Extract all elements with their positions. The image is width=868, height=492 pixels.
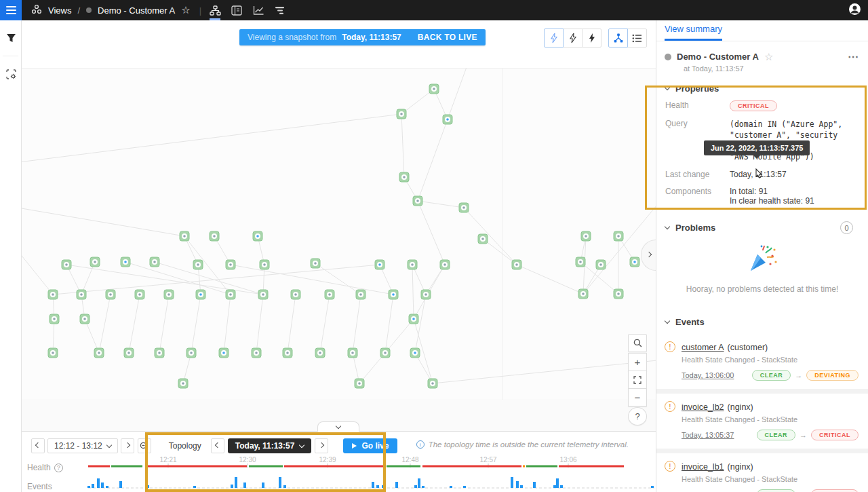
chevron-right-icon	[646, 251, 651, 257]
problems-section-header[interactable]: Problems 0	[656, 213, 868, 241]
event-to-state-badge: CRITICAL	[811, 489, 859, 492]
bolt-outline-icon	[569, 33, 577, 43]
event-component-type: (customer)	[728, 343, 768, 352]
problem-filter-toolbar	[545, 29, 601, 48]
topology-graph[interactable]	[22, 68, 656, 400]
zoom-in-button[interactable]: +	[628, 353, 647, 371]
event-timestamp-link[interactable]: Today, 13:05:37	[682, 431, 734, 439]
view-subtitle: at Today, 11:13:57	[684, 64, 860, 73]
timeline-collapse-tab[interactable]	[317, 421, 359, 432]
telemetry-interval-value: 12:12 - 13:12	[54, 441, 102, 451]
hamburger-menu-button[interactable]	[0, 0, 22, 20]
events-section: Events ! customer A(customer) Health Sta…	[656, 309, 868, 492]
user-avatar[interactable]	[848, 3, 861, 18]
view-header: Demo - Customer A ☆ ⋯ at Today, 11:13:57	[656, 41, 868, 75]
back-to-live-button[interactable]: BACK TO LIVE	[418, 33, 477, 42]
chevron-down-icon	[299, 442, 304, 447]
view-more-menu[interactable]: ⋯	[848, 50, 860, 63]
view-health-dot	[86, 7, 92, 13]
breadcrumb-separator: /	[77, 5, 80, 16]
list-layout-button[interactable]	[627, 29, 647, 48]
event-timestamp-link[interactable]: Today, 13:06:00	[682, 371, 734, 379]
chevron-down-icon	[336, 423, 341, 428]
view-mode-tools	[204, 0, 291, 20]
event-state-transition: CLEAR → CRITICAL	[757, 430, 859, 440]
topology-time-value: Today, 11:13:57	[235, 441, 295, 451]
event-component-link[interactable]: invoice_lb2	[682, 402, 724, 412]
go-live-button[interactable]: Go live	[343, 438, 397, 453]
event-card[interactable]: ! invoice_lb2(nginx) Health State Change…	[656, 394, 868, 449]
components-value: In total: 91 In clear health state: 91	[730, 187, 814, 206]
event-gap	[656, 389, 868, 394]
left-sidebar	[0, 20, 22, 492]
event-description: Health State Changed - StackState	[682, 475, 859, 483]
views-link[interactable]: Views	[48, 5, 71, 16]
health-help-icon[interactable]: ?	[54, 463, 63, 472]
nav-divider: |	[199, 5, 201, 16]
event-from-state-badge: CLEAR	[752, 370, 791, 381]
canvas-search-button[interactable]	[628, 334, 647, 352]
events-list: ! customer A(customer) Health State Chan…	[656, 334, 868, 492]
problems-section: Problems 0 Hooray, no problems detected …	[656, 213, 868, 309]
health-property-row: Health CRITICAL	[656, 100, 868, 119]
event-from-state-badge: CLEAR	[757, 430, 796, 440]
filter-funnel-icon	[6, 33, 16, 43]
event-description: Health State Changed - StackState	[682, 356, 859, 364]
event-card[interactable]: ! invoice_lb1(nginx) Health State Change…	[656, 453, 868, 492]
show-all-problems-button[interactable]	[544, 29, 564, 48]
arrow-right-icon: →	[800, 431, 807, 439]
event-component-link[interactable]: customer A	[682, 343, 724, 352]
view-state-dot	[665, 54, 671, 60]
chevron-down-icon	[665, 224, 670, 229]
snapshot-time: Today, 11:13:57	[342, 33, 401, 42]
event-description: Health State Changed - StackState	[682, 415, 859, 423]
zoom-out-button[interactable]: −	[628, 388, 647, 406]
favorite-star-icon[interactable]: ☆	[764, 51, 773, 63]
topology-time-label: Topology	[169, 441, 201, 451]
bolt-filled-icon	[588, 33, 596, 43]
event-component-type: (nginx)	[728, 402, 753, 412]
component-settings-button[interactable]	[0, 56, 22, 92]
list-layout-icon	[632, 34, 642, 43]
event-component-link[interactable]: invoice_lb1	[682, 462, 724, 472]
topology-time-select[interactable]: Today, 11:13:57	[228, 438, 312, 453]
events-section-header[interactable]: Events	[656, 309, 868, 334]
problems-empty-message: Hooray, no problems detected at this tim…	[656, 284, 868, 294]
event-gap	[656, 449, 868, 453]
view-summary-tab[interactable]: View summary	[665, 24, 722, 41]
favorite-star-icon[interactable]: ☆	[181, 4, 190, 16]
topology-view-tab[interactable]	[204, 0, 226, 20]
problems-count-badge: 0	[840, 221, 853, 234]
chevron-down-icon	[106, 442, 111, 447]
frame-gear-icon	[5, 69, 17, 80]
fit-to-screen-button[interactable]	[628, 371, 647, 389]
traces-view-tab[interactable]	[269, 0, 291, 20]
metrics-view-tab[interactable]	[248, 0, 269, 20]
graph-layout-icon	[613, 33, 624, 43]
properties-section-header[interactable]: Properties	[656, 75, 868, 100]
top-nav: Views / Demo - Customer A ☆ |	[0, 0, 868, 20]
event-state-transition: CLEAR → DEVIATING	[752, 370, 859, 381]
views-icon	[31, 4, 42, 17]
snapshot-banner-text: Viewing a snapshot from	[248, 33, 336, 42]
hide-problems-button[interactable]	[582, 29, 601, 48]
timeline-zoom-out-button[interactable]	[138, 438, 151, 453]
filters-button[interactable]	[0, 20, 22, 56]
interval-next-button[interactable]	[121, 438, 134, 453]
topology-time-next-button[interactable]	[315, 438, 328, 453]
components-view-tab[interactable]	[226, 0, 248, 20]
right-panel-tabs: View summary	[656, 20, 868, 41]
interval-prev-button[interactable]	[31, 438, 45, 453]
timeline-controls: 12:12 - 13:12 Topology Today, 11:13:57 G…	[31, 438, 397, 453]
telemetry-interval-select[interactable]: 12:12 - 13:12	[47, 438, 118, 453]
graph-layout-button[interactable]	[608, 29, 628, 48]
play-icon	[352, 443, 357, 449]
components-property-row: Components In total: 91 In clear health …	[656, 187, 868, 213]
event-component-type: (nginx)	[728, 462, 753, 472]
breadcrumb: Views / Demo - Customer A ☆ |	[22, 4, 204, 17]
topology-time-prev-button[interactable]	[211, 438, 224, 453]
health-row-label: Health?	[27, 463, 63, 472]
canvas-help-button[interactable]: ?	[628, 407, 647, 425]
show-root-cause-button[interactable]	[563, 29, 583, 48]
event-card[interactable]: ! customer A(customer) Health State Chan…	[656, 334, 868, 389]
